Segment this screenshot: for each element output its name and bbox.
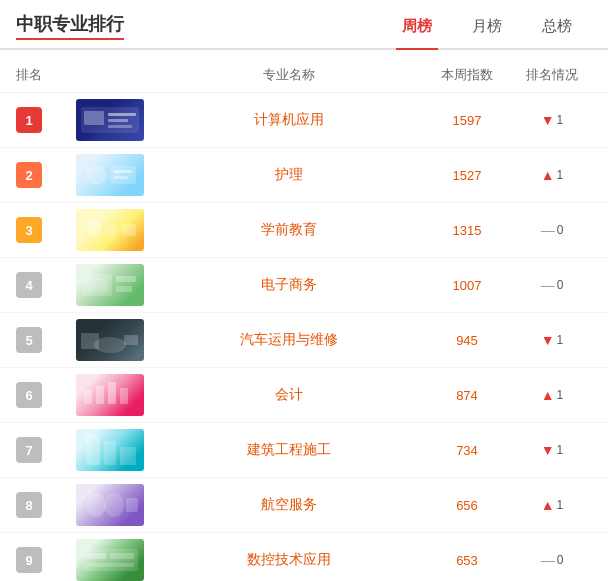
- trend-arrow: ▼: [541, 112, 555, 128]
- major-name[interactable]: 会计: [156, 386, 422, 404]
- svg-point-17: [94, 337, 126, 353]
- table-row[interactable]: 2 护理 1527 ▲ 1: [0, 148, 608, 203]
- thumbnail-cell: [76, 319, 156, 361]
- trend-indicator: ▲ 1: [512, 167, 592, 183]
- svg-rect-20: [96, 386, 104, 404]
- svg-rect-22: [120, 388, 128, 404]
- table-row[interactable]: 7 建筑工程施工 734 ▼ 1: [0, 423, 608, 478]
- svg-rect-7: [114, 170, 132, 173]
- major-name[interactable]: 计算机应用: [156, 111, 422, 129]
- trend-indicator: ▲ 1: [512, 497, 592, 513]
- thumbnail-cell: [76, 264, 156, 306]
- score-value: 1007: [422, 278, 512, 293]
- page-title: 中职专业排行: [16, 12, 124, 40]
- table-row[interactable]: 1 计算机应用 1597 ▼ 1: [0, 93, 608, 148]
- svg-rect-31: [110, 553, 134, 559]
- major-name[interactable]: 建筑工程施工: [156, 441, 422, 459]
- major-name[interactable]: 航空服务: [156, 496, 422, 514]
- trend-number: 1: [557, 443, 564, 457]
- rank-cell: 8: [16, 492, 76, 518]
- svg-rect-8: [114, 176, 128, 179]
- tab-total[interactable]: 总榜: [522, 13, 592, 40]
- trend-arrow: ▲: [541, 497, 555, 513]
- thumbnail: [76, 429, 144, 471]
- column-headers: 排名 专业名称 本周指数 排名情况: [0, 58, 608, 93]
- rank-cell: 7: [16, 437, 76, 463]
- trend-indicator: ▲ 1: [512, 387, 592, 403]
- svg-rect-6: [111, 166, 136, 184]
- col-header-name: 专业名称: [156, 66, 422, 84]
- svg-rect-32: [86, 563, 134, 567]
- svg-rect-14: [116, 276, 136, 282]
- score-value: 653: [422, 553, 512, 568]
- trend-number: 1: [557, 388, 564, 402]
- svg-rect-19: [84, 390, 92, 404]
- trend-number: 1: [557, 168, 564, 182]
- major-name[interactable]: 护理: [156, 166, 422, 184]
- svg-rect-2: [108, 113, 136, 116]
- trend-arrow: ▼: [541, 332, 555, 348]
- thumbnail-cell: [76, 539, 156, 581]
- thumbnail: [76, 99, 144, 141]
- thumbnail: [76, 374, 144, 416]
- col-header-rank: 排名: [16, 66, 76, 84]
- thumbnail: [76, 209, 144, 251]
- tab-weekly[interactable]: 周榜: [382, 13, 452, 40]
- svg-rect-13: [86, 278, 108, 292]
- trend-number: 1: [557, 333, 564, 347]
- thumbnail: [76, 319, 144, 361]
- svg-rect-15: [116, 286, 132, 292]
- trend-arrow: —: [541, 222, 555, 238]
- trend-arrow: ▲: [541, 167, 555, 183]
- svg-point-26: [86, 493, 106, 517]
- major-name[interactable]: 数控技术应用: [156, 551, 422, 569]
- thumbnail: [76, 264, 144, 306]
- major-name[interactable]: 学前教育: [156, 221, 422, 239]
- rank-cell: 9: [16, 547, 76, 573]
- thumbnail-cell: [76, 429, 156, 471]
- trend-number: 1: [557, 113, 564, 127]
- col-header-trend: 排名情况: [512, 66, 592, 84]
- svg-rect-28: [126, 498, 138, 512]
- table-row[interactable]: 6 会计 874 ▲ 1: [0, 368, 608, 423]
- svg-rect-4: [108, 125, 132, 128]
- rank-cell: 5: [16, 327, 76, 353]
- thumbnail: [76, 539, 144, 581]
- trend-number: 1: [557, 498, 564, 512]
- table-row[interactable]: 8 航空服务 656 ▲ 1: [0, 478, 608, 533]
- score-value: 945: [422, 333, 512, 348]
- trend-arrow: ▲: [541, 387, 555, 403]
- tab-bar: 周榜 月榜 总榜: [382, 13, 592, 40]
- rows-container: 1 计算机应用 1597 ▼ 1 2: [0, 93, 608, 581]
- major-name[interactable]: 电子商务: [156, 276, 422, 294]
- rank-badge: 8: [16, 492, 42, 518]
- trend-indicator: ▼ 1: [512, 332, 592, 348]
- svg-rect-21: [108, 382, 116, 404]
- rank-cell: 1: [16, 107, 76, 133]
- app-container: 中职专业排行 周榜 月榜 总榜 排名 专业名称 本周指数 排名情况 1: [0, 0, 608, 581]
- thumbnail: [76, 484, 144, 526]
- svg-rect-1: [84, 111, 104, 125]
- svg-rect-30: [86, 553, 106, 559]
- score-value: 1527: [422, 168, 512, 183]
- trend-number: 0: [557, 223, 564, 237]
- tab-monthly[interactable]: 月榜: [452, 13, 522, 40]
- rank-badge: 3: [16, 217, 42, 243]
- header: 中职专业排行 周榜 月榜 总榜: [0, 0, 608, 50]
- score-value: 734: [422, 443, 512, 458]
- rank-cell: 2: [16, 162, 76, 188]
- trend-indicator: — 0: [512, 222, 592, 238]
- table-row[interactable]: 5 汽车运用与维修 945 ▼ 1: [0, 313, 608, 368]
- thumbnail-cell: [76, 209, 156, 251]
- svg-point-9: [86, 219, 102, 235]
- table-row[interactable]: 4 电子商务 1007 — 0: [0, 258, 608, 313]
- trend-indicator: — 0: [512, 277, 592, 293]
- trend-indicator: ▼ 1: [512, 112, 592, 128]
- trend-arrow: ▼: [541, 442, 555, 458]
- major-name[interactable]: 汽车运用与维修: [156, 331, 422, 349]
- table-row[interactable]: 3 学前教育 1315 — 0: [0, 203, 608, 258]
- rank-badge: 9: [16, 547, 42, 573]
- score-value: 874: [422, 388, 512, 403]
- score-value: 656: [422, 498, 512, 513]
- table-row[interactable]: 9 数控技术应用 653 — 0: [0, 533, 608, 581]
